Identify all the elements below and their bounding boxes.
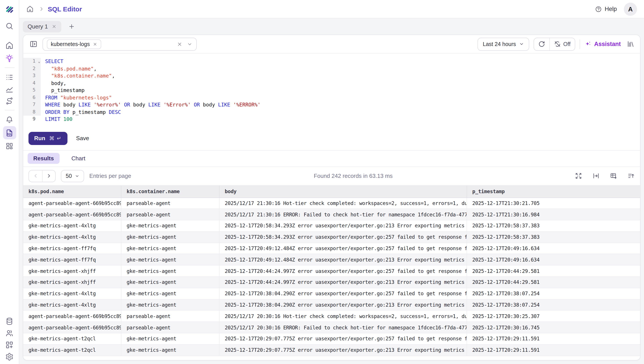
saved-queries-button[interactable] (625, 39, 636, 49)
code-line: ORDER BY p_timestamp DESC (41, 108, 121, 116)
breadcrumb-home-button[interactable] (24, 4, 35, 14)
column-header-k8s.pod.name[interactable]: k8s.pod.name (23, 186, 121, 197)
sql-file-icon (5, 128, 14, 137)
avatar[interactable]: A (624, 2, 637, 16)
editor-line[interactable]: 6FROM "kubernetes-logs" (23, 94, 640, 101)
maximize-icon (575, 172, 582, 180)
table-row[interactable]: gke-metrics-agent-ff7fqgke-metrics-agent… (23, 254, 640, 266)
stream-chip[interactable]: kubernetes-logs (47, 39, 101, 49)
sidebar-item-users[interactable] (4, 327, 15, 338)
cell-p_timestamp: 2025-12-17T20:30:25.307 (467, 311, 640, 322)
time-range-button[interactable]: Last 24 hours (478, 38, 529, 50)
route-icon (5, 96, 14, 105)
cell-body: 2025-12-17T20:49:12.484Z error uasexport… (220, 243, 467, 254)
table-row[interactable]: gke-metrics-agent-4xltggke-metrics-agent… (23, 232, 640, 243)
cell-p_timestamp: 2025-12-17T20:44:29.581 (467, 266, 640, 276)
cell-body: 2025-12-17T20:44:24.997Z error uasexport… (220, 266, 467, 276)
cell-k8s.pod.name: gke-metrics-agent-4xltg (23, 220, 121, 231)
sidebar-item-datasets[interactable] (4, 316, 15, 327)
cell-k8s.pod.name: agent-parseable-agent-669b95cc89-p (23, 209, 121, 220)
tab-chart[interactable]: Chart (66, 153, 91, 164)
table-row[interactable]: agent-parseable-agent-669b95cc89-pparsea… (23, 198, 640, 209)
cell-k8s.pod.name: gke-metrics-agent-t2qcl (23, 345, 121, 356)
editor-line[interactable]: 9LIMIT 100 (23, 116, 640, 123)
sidebar-item-home[interactable] (4, 40, 15, 51)
sidebar-item-logs[interactable] (4, 72, 15, 83)
table-row[interactable]: gke-metrics-agent-4xltggke-metrics-agent… (23, 300, 640, 311)
editor-line[interactable]: 4 body, (23, 80, 640, 87)
stream-select[interactable]: kubernetes-logs (42, 38, 197, 50)
close-tab-icon[interactable] (52, 24, 57, 29)
sidebar-item-insights[interactable] (4, 52, 15, 64)
page-size-select[interactable]: 50 (61, 170, 84, 182)
table-body: agent-parseable-agent-669b95cc89-pparsea… (23, 198, 640, 356)
sidebar-item-search[interactable] (4, 20, 15, 32)
table-row[interactable]: gke-metrics-agent-t2qclgke-metrics-agent… (23, 345, 640, 356)
home-icon (5, 41, 14, 49)
editor-line[interactable]: 3 "k8s.container.name", (23, 72, 640, 80)
fullscreen-button[interactable] (575, 172, 582, 180)
sort-button[interactable] (627, 172, 635, 180)
sidebar-item-traces[interactable] (4, 95, 15, 106)
pagination-group (28, 170, 56, 182)
prev-page-button[interactable] (29, 170, 42, 182)
run-label: Run (34, 135, 45, 142)
assistant-button[interactable]: Assistant (584, 40, 621, 48)
column-header-k8s.container.name[interactable]: k8s.container.name (121, 186, 220, 197)
table-row[interactable]: gke-metrics-agent-ff7fqgke-metrics-agent… (23, 243, 640, 254)
result-tabs: Results Chart (23, 150, 640, 167)
table-row[interactable]: agent-parseable-agent-669b95cc89-pparsea… (23, 311, 640, 322)
chevron-down-icon[interactable] (187, 42, 192, 47)
auto-refresh-button[interactable]: Off (549, 38, 575, 50)
sql-editor[interactable]: 1⌄SELECT2 "k8s.pod.name",3 "k8s.containe… (23, 54, 640, 129)
sidebar-item-settings[interactable] (4, 351, 15, 362)
sidebar-item-integrations[interactable] (4, 339, 15, 350)
table-row[interactable]: gke-metrics-agent-xhjffgke-metrics-agent… (23, 277, 640, 288)
fold-chevron-icon[interactable]: ⌄ (38, 58, 40, 65)
dashboard-grid-icon (5, 142, 14, 150)
refresh-button[interactable] (534, 38, 549, 50)
table-row[interactable]: gke-metrics-agent-xhjffgke-metrics-agent… (23, 266, 640, 277)
cell-p_timestamp: 2025-12-17T20:58:37.383 (467, 232, 640, 243)
run-button[interactable]: Run ⌘ ↵ (28, 132, 67, 145)
cell-k8s.pod.name: gke-metrics-agent-xhjff (23, 266, 121, 276)
wrap-text-button[interactable] (592, 172, 600, 180)
editor-line[interactable]: 7WHERE body LIKE '%error%' OR body LIKE … (23, 101, 640, 108)
next-page-button[interactable] (42, 170, 55, 182)
table-row[interactable]: agent-parseable-agent-669b95cc89-pparsea… (23, 322, 640, 334)
cell-k8s.pod.name: agent-parseable-agent-669b95cc89-p (23, 311, 121, 322)
editor-line[interactable]: 8ORDER BY p_timestamp DESC (23, 108, 640, 116)
cell-body: 2025-12-17T20:29:07.775Z error uasexport… (220, 345, 467, 356)
add-query-tab-button[interactable] (67, 22, 76, 31)
clear-select-icon[interactable] (177, 42, 182, 47)
cell-k8s.container.name: parseable-agent (121, 311, 220, 322)
table-row[interactable]: agent-parseable-agent-669b95cc89-pparsea… (23, 209, 640, 220)
table-row[interactable]: gke-metrics-agent-4xltggke-metrics-agent… (23, 288, 640, 300)
cell-k8s.container.name: gke-metrics-agent (121, 254, 220, 265)
table-row[interactable]: gke-metrics-agent-4xltggke-metrics-agent… (23, 220, 640, 232)
column-header-body[interactable]: body (220, 186, 467, 197)
remove-stream-icon[interactable] (93, 42, 97, 46)
query-tab-label: Query 1 (28, 23, 48, 30)
help-button[interactable]: Help (595, 6, 617, 12)
run-row: Run ⌘ ↵ Save (23, 129, 640, 150)
tab-results[interactable]: Results (28, 153, 60, 164)
editor-line[interactable]: 5 p_timestamp (23, 87, 640, 94)
table-row[interactable]: gke-metrics-agent-t2qclgke-metrics-agent… (23, 333, 640, 345)
sql-editor-lines: 1⌄SELECT2 "k8s.pod.name",3 "k8s.containe… (23, 58, 640, 123)
panel-toggle-button[interactable] (28, 38, 39, 50)
export-table-button[interactable] (610, 172, 617, 180)
query-tab[interactable]: Query 1 (23, 21, 62, 32)
results-summary: Found 242 records in 63.13 ms (314, 172, 393, 179)
column-header-p_timestamp[interactable]: p_timestamp (467, 186, 640, 197)
sidebar-item-sql-editor[interactable] (3, 126, 16, 139)
sidebar-item-alerts[interactable] (4, 114, 15, 125)
sidebar-item-dashboards[interactable] (4, 140, 15, 152)
editor-line[interactable]: 1⌄SELECT (23, 58, 640, 65)
line-number: 2 (23, 65, 41, 72)
sidebar-item-metrics[interactable] (4, 83, 15, 94)
apps-plus-icon (5, 340, 14, 349)
save-button[interactable]: Save (76, 135, 89, 142)
editor-line[interactable]: 2 "k8s.pod.name", (23, 65, 640, 72)
cell-body: 2025-12-17T20:38:04.290Z error uasexport… (220, 300, 467, 310)
